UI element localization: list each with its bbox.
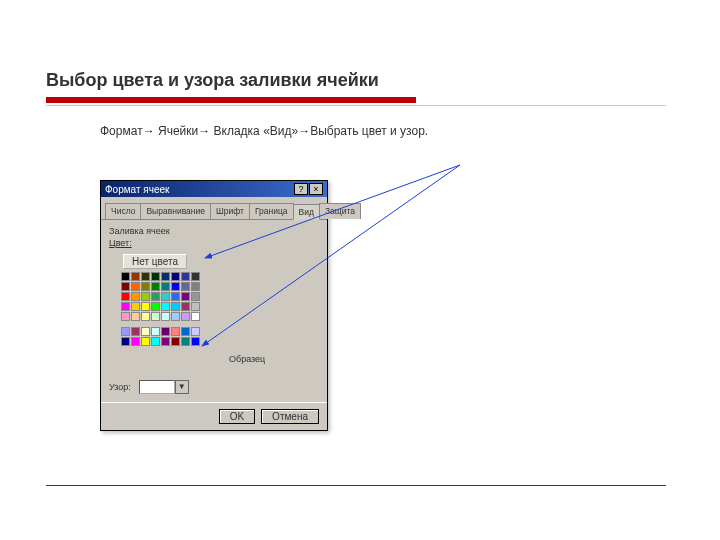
cancel-button[interactable]: Отмена xyxy=(261,409,319,424)
color-swatch[interactable] xyxy=(171,272,180,281)
tab-защита[interactable]: Защита xyxy=(319,203,361,219)
pattern-label: Узор: xyxy=(109,382,131,392)
instruction-text: Формат→ Ячейки→ Вкладка «Вид»→Выбрать цв… xyxy=(100,124,460,140)
color-swatch[interactable] xyxy=(151,292,160,301)
color-swatch[interactable] xyxy=(191,312,200,321)
tab-вид[interactable]: Вид xyxy=(293,204,320,220)
help-icon[interactable]: ? xyxy=(294,183,308,195)
tab-граница[interactable]: Граница xyxy=(249,203,294,219)
dialog-tabs: ЧислоВыравниваниеШрифтГраницаВидЗащита xyxy=(101,197,327,220)
color-swatch[interactable] xyxy=(181,312,190,321)
color-swatch[interactable] xyxy=(151,302,160,311)
color-swatch[interactable] xyxy=(181,327,190,336)
dialog-titlebar[interactable]: Формат ячеек ? × xyxy=(101,181,327,197)
tab-выравнивание[interactable]: Выравнивание xyxy=(140,203,211,219)
color-swatch[interactable] xyxy=(191,337,200,346)
footer-divider xyxy=(46,485,666,486)
tab-шрифт[interactable]: Шрифт xyxy=(210,203,250,219)
color-swatch[interactable] xyxy=(141,292,150,301)
pattern-combo-box[interactable] xyxy=(139,380,175,394)
color-swatch[interactable] xyxy=(121,337,130,346)
slide-title: Выбор цвета и узора заливки ячейки xyxy=(46,70,674,91)
title-underline xyxy=(46,97,416,103)
color-swatch[interactable] xyxy=(121,302,130,311)
color-swatch[interactable] xyxy=(161,312,170,321)
color-swatch[interactable] xyxy=(141,312,150,321)
dialog-title: Формат ячеек xyxy=(105,184,169,195)
color-swatch[interactable] xyxy=(171,302,180,311)
color-swatch[interactable] xyxy=(191,327,200,336)
color-swatch[interactable] xyxy=(141,282,150,291)
color-swatch[interactable] xyxy=(181,302,190,311)
color-swatch[interactable] xyxy=(181,282,190,291)
color-swatch[interactable] xyxy=(121,272,130,281)
color-swatch[interactable] xyxy=(161,327,170,336)
color-swatch[interactable] xyxy=(161,302,170,311)
color-swatch[interactable] xyxy=(141,327,150,336)
color-swatch[interactable] xyxy=(131,337,140,346)
color-swatch[interactable] xyxy=(151,337,160,346)
color-swatch[interactable] xyxy=(141,302,150,311)
color-swatch[interactable] xyxy=(121,327,130,336)
color-swatch[interactable] xyxy=(171,312,180,321)
color-swatch[interactable] xyxy=(151,312,160,321)
color-swatch[interactable] xyxy=(131,282,140,291)
color-swatch[interactable] xyxy=(171,282,180,291)
color-swatch[interactable] xyxy=(131,292,140,301)
color-swatch[interactable] xyxy=(151,327,160,336)
color-label: Цвет: xyxy=(109,238,319,248)
color-swatch[interactable] xyxy=(151,272,160,281)
color-swatch[interactable] xyxy=(121,282,130,291)
color-swatch[interactable] xyxy=(161,337,170,346)
ok-button[interactable]: OK xyxy=(219,409,255,424)
sample-label: Образец xyxy=(229,354,265,364)
color-swatch[interactable] xyxy=(121,292,130,301)
no-color-button[interactable]: Нет цвета xyxy=(123,254,187,269)
color-swatch[interactable] xyxy=(191,302,200,311)
pattern-combo[interactable]: ▼ xyxy=(139,380,189,394)
divider xyxy=(46,105,666,106)
color-swatch[interactable] xyxy=(151,282,160,291)
color-swatch[interactable] xyxy=(141,337,150,346)
close-icon[interactable]: × xyxy=(309,183,323,195)
color-palette xyxy=(121,272,319,346)
color-swatch[interactable] xyxy=(181,337,190,346)
color-swatch[interactable] xyxy=(161,272,170,281)
color-swatch[interactable] xyxy=(191,292,200,301)
color-swatch[interactable] xyxy=(181,272,190,281)
color-swatch[interactable] xyxy=(171,292,180,301)
color-swatch[interactable] xyxy=(161,292,170,301)
chevron-down-icon[interactable]: ▼ xyxy=(175,380,189,394)
color-swatch[interactable] xyxy=(191,272,200,281)
color-swatch[interactable] xyxy=(191,282,200,291)
color-swatch[interactable] xyxy=(131,312,140,321)
color-swatch[interactable] xyxy=(131,327,140,336)
format-cells-dialog: Формат ячеек ? × ЧислоВыравниваниеШрифтГ… xyxy=(100,180,328,431)
tab-число[interactable]: Число xyxy=(105,203,141,219)
color-swatch[interactable] xyxy=(131,272,140,281)
color-swatch[interactable] xyxy=(131,302,140,311)
color-swatch[interactable] xyxy=(121,312,130,321)
color-swatch[interactable] xyxy=(171,327,180,336)
color-swatch[interactable] xyxy=(161,282,170,291)
color-swatch[interactable] xyxy=(171,337,180,346)
color-swatch[interactable] xyxy=(181,292,190,301)
color-swatch[interactable] xyxy=(141,272,150,281)
fill-group-label: Заливка ячеек xyxy=(109,226,319,236)
